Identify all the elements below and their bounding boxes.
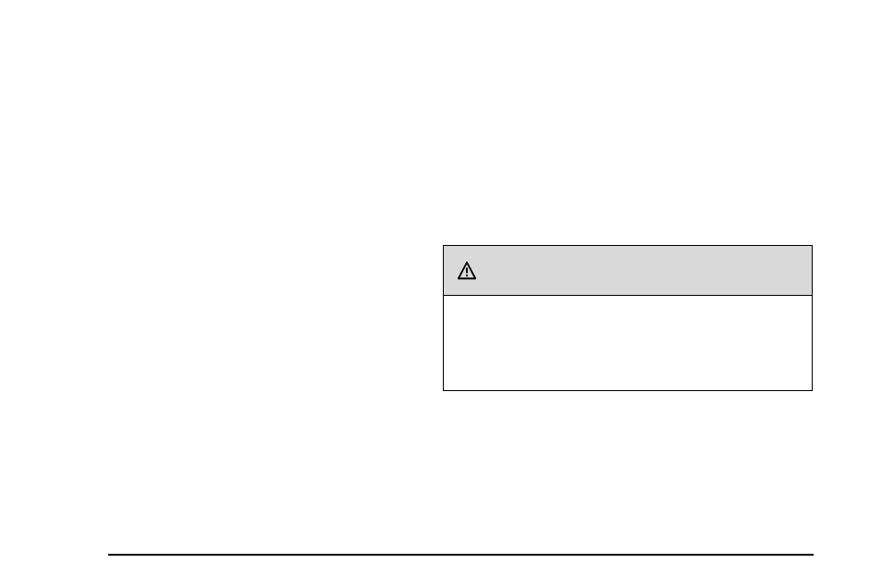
callout-body [444,296,812,390]
svg-point-2 [466,274,468,276]
callout-box [443,245,813,391]
warning-icon [457,261,477,281]
callout-header [444,246,812,296]
horizontal-rule [108,554,814,556]
